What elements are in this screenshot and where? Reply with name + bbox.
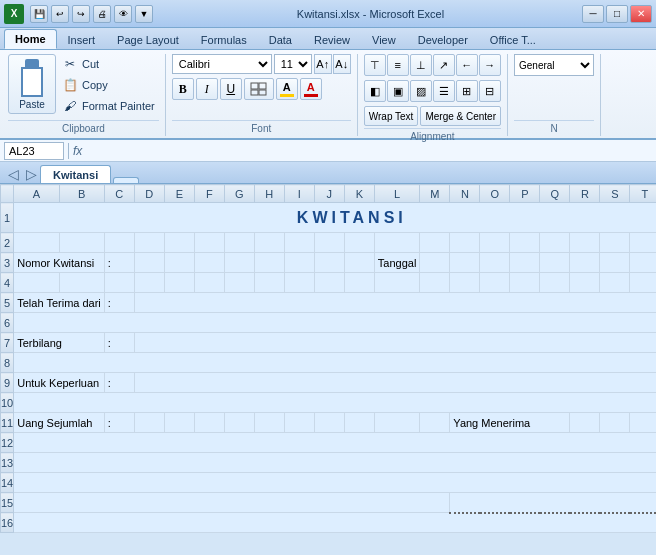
row-header-11[interactable]: 11 <box>1 413 14 433</box>
cell-O4[interactable] <box>480 273 510 293</box>
cell-B4[interactable] <box>59 273 104 293</box>
cell-J11[interactable] <box>314 413 344 433</box>
text-angle-btn[interactable]: ↗ <box>433 54 455 76</box>
tab-view[interactable]: View <box>361 30 407 49</box>
col-header-E[interactable]: E <box>164 185 194 203</box>
row-header-15[interactable]: 15 <box>1 493 14 513</box>
row-header-16[interactable]: 16 <box>1 513 14 533</box>
cell-K2[interactable] <box>344 233 374 253</box>
cell-S4[interactable] <box>600 273 630 293</box>
format-painter-button[interactable]: 🖌 Format Painter <box>58 96 159 116</box>
merge-center-button[interactable]: Merge & Center <box>420 106 501 126</box>
cell-N11[interactable]: Yang Menerima <box>450 413 570 433</box>
font-size-select[interactable]: 11 <box>274 54 312 74</box>
row-header-3[interactable]: 3 <box>1 253 14 273</box>
cell-A11[interactable]: Uang Sejumlah <box>14 413 105 433</box>
row-header-1[interactable]: 1 <box>1 203 14 233</box>
align-top-btn[interactable]: ⊤ <box>364 54 386 76</box>
cell-N4[interactable] <box>450 273 480 293</box>
cell-E3[interactable] <box>164 253 194 273</box>
row-header-8[interactable]: 8 <box>1 353 14 373</box>
cell-F3[interactable] <box>194 253 224 273</box>
cell-D9[interactable] <box>134 373 656 393</box>
cell-L3[interactable]: Tanggal <box>374 253 420 273</box>
cell-J3[interactable] <box>314 253 344 273</box>
paste-button[interactable]: Paste <box>8 54 56 114</box>
justify-btn[interactable]: ☰ <box>433 80 455 102</box>
cell-R2[interactable] <box>570 233 600 253</box>
align-right-btn[interactable]: ▨ <box>410 80 432 102</box>
cell-O2[interactable] <box>480 233 510 253</box>
copy-button[interactable]: 📋 Copy <box>58 75 159 95</box>
maximize-btn[interactable]: □ <box>606 5 628 23</box>
tab-review[interactable]: Review <box>303 30 361 49</box>
cell-S3[interactable] <box>600 253 630 273</box>
sheet-tab-new[interactable] <box>113 177 139 183</box>
col-header-H[interactable]: H <box>254 185 284 203</box>
cell-L2[interactable] <box>374 233 420 253</box>
cell-T2[interactable] <box>630 233 656 253</box>
sheet-tab-kwitansi[interactable]: Kwitansi <box>40 165 111 183</box>
formula-input[interactable] <box>86 142 652 160</box>
col-header-G[interactable]: G <box>224 185 254 203</box>
col-header-D[interactable]: D <box>134 185 164 203</box>
cell-O3[interactable] <box>480 253 510 273</box>
cell-P2[interactable] <box>510 233 540 253</box>
col-header-I[interactable]: I <box>284 185 314 203</box>
cell-J2[interactable] <box>314 233 344 253</box>
tab-office-tools[interactable]: Office T... <box>479 30 547 49</box>
cell-L11[interactable] <box>374 413 420 433</box>
cell-B2[interactable] <box>59 233 104 253</box>
cell-Q2[interactable] <box>540 233 570 253</box>
cell-A16[interactable] <box>14 513 656 533</box>
col-header-M[interactable]: M <box>420 185 450 203</box>
cell-J4[interactable] <box>314 273 344 293</box>
cell-C11[interactable]: : <box>104 413 134 433</box>
cell-M11[interactable] <box>420 413 450 433</box>
cut-button[interactable]: ✂ Cut <box>58 54 159 74</box>
cell-P4[interactable] <box>510 273 540 293</box>
close-btn[interactable]: ✕ <box>630 5 652 23</box>
cell-A4[interactable] <box>14 273 59 293</box>
cell-M3[interactable] <box>420 253 450 273</box>
col-header-C[interactable]: C <box>104 185 134 203</box>
col-header-T[interactable]: T <box>630 185 656 203</box>
row-header-13[interactable]: 13 <box>1 453 14 473</box>
cell-A10[interactable] <box>14 393 656 413</box>
tab-developer[interactable]: Developer <box>407 30 479 49</box>
cell-G11[interactable] <box>224 413 254 433</box>
col-header-K[interactable]: K <box>344 185 374 203</box>
row-header-12[interactable]: 12 <box>1 433 14 453</box>
bold-button[interactable]: B <box>172 78 194 100</box>
cell-C5[interactable]: : <box>104 293 134 313</box>
cell-C9[interactable]: : <box>104 373 134 393</box>
cell-A2[interactable] <box>14 233 59 253</box>
col-header-S[interactable]: S <box>600 185 630 203</box>
cell-I3[interactable] <box>284 253 314 273</box>
align-bottom-btn[interactable]: ⊥ <box>410 54 432 76</box>
nav-left-btn[interactable]: ◁ <box>4 165 22 183</box>
cell-H2[interactable] <box>254 233 284 253</box>
cell-G4[interactable] <box>224 273 254 293</box>
col-header-O[interactable]: O <box>480 185 510 203</box>
row-header-9[interactable]: 9 <box>1 373 14 393</box>
border-button[interactable] <box>244 78 274 100</box>
font-name-select[interactable]: Calibri <box>172 54 272 74</box>
cell-D3[interactable] <box>134 253 164 273</box>
cell-A13[interactable] <box>14 453 656 473</box>
font-size-decrease-btn[interactable]: A↓ <box>333 54 351 74</box>
tab-formulas[interactable]: Formulas <box>190 30 258 49</box>
cell-F4[interactable] <box>194 273 224 293</box>
cell-N3[interactable] <box>450 253 480 273</box>
align-middle-btn[interactable]: ≡ <box>387 54 409 76</box>
wrap-text-button[interactable]: Wrap Text <box>364 106 419 126</box>
tab-data[interactable]: Data <box>258 30 303 49</box>
row-header-6[interactable]: 6 <box>1 313 14 333</box>
cell-G3[interactable] <box>224 253 254 273</box>
cell-H4[interactable] <box>254 273 284 293</box>
cell-Q3[interactable] <box>540 253 570 273</box>
redo-btn[interactable]: ↪ <box>72 5 90 23</box>
cell-A8[interactable] <box>14 353 656 373</box>
dropdown-btn[interactable]: ▼ <box>135 5 153 23</box>
row-header-10[interactable]: 10 <box>1 393 14 413</box>
